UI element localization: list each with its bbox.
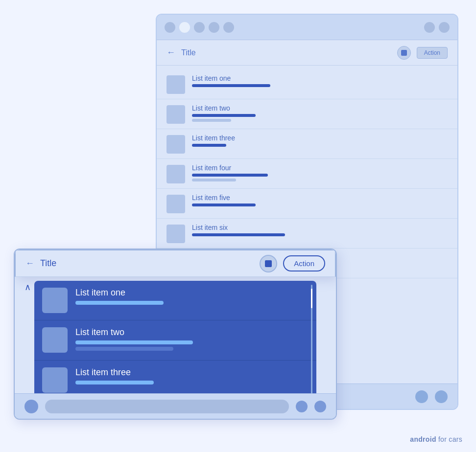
- back-list-content-4: List item four: [192, 164, 448, 183]
- back-list-content-6: List item six: [192, 224, 448, 238]
- front-window: ← Title Action ∧ List item one List item…: [14, 249, 337, 420]
- front-bar-1-1: [75, 301, 164, 305]
- front-bar-3-1: [75, 381, 154, 384]
- scroll-thumb: [311, 289, 312, 308]
- stop-icon: [401, 50, 407, 56]
- front-stop-icon: [265, 260, 272, 267]
- front-back-button[interactable]: ←: [25, 259, 34, 268]
- chrome-dot-3: [194, 22, 205, 33]
- back-list-item-4[interactable]: List item four: [157, 159, 457, 189]
- back-list-thumb-2: [167, 105, 185, 124]
- back-list-thumb-1: [167, 75, 185, 94]
- back-list-item-5[interactable]: List item five: [157, 189, 457, 219]
- front-list-content-3: List item three: [75, 367, 309, 387]
- front-bottom-small-dot-2: [314, 401, 326, 412]
- front-list-content-2: List item two: [75, 327, 309, 353]
- front-icon-button[interactable]: [260, 255, 277, 272]
- back-bottom-dot-1: [415, 390, 428, 403]
- front-list-thumb-1: [42, 288, 68, 313]
- back-title: Title: [181, 48, 391, 57]
- back-list-content-5: List item five: [192, 194, 448, 208]
- front-list-title-1: List item one: [75, 288, 309, 298]
- back-list-thumb-6: [167, 225, 185, 243]
- front-list-item-2[interactable]: List item two: [34, 320, 316, 361]
- front-bar-2-1: [75, 340, 193, 344]
- front-title: Title: [40, 258, 254, 269]
- back-list-title-1: List item one: [192, 74, 448, 82]
- chrome-dot-1: [165, 22, 175, 33]
- back-chrome-titlebar: [157, 15, 457, 40]
- back-list-content-3: List item three: [192, 134, 448, 149]
- watermark: android for cars: [410, 435, 462, 443]
- front-list-container: List item one List item two List item th…: [34, 281, 316, 400]
- back-toolbar: ← Title Action: [157, 40, 457, 66]
- back-bar-1-1: [192, 84, 270, 87]
- chrome-dot-r2: [439, 22, 450, 33]
- front-bar-2-2: [75, 347, 173, 351]
- back-list-title-3: List item three: [192, 134, 448, 142]
- front-list-title-2: List item two: [75, 327, 309, 338]
- chrome-dot-5: [223, 22, 234, 33]
- back-bottom-dot-2: [435, 390, 448, 403]
- back-icon-button[interactable]: [397, 46, 411, 60]
- back-list-item-6[interactable]: List item six: [157, 219, 457, 249]
- back-list-thumb-3: [167, 135, 185, 154]
- back-list-content-2: List item two: [192, 104, 448, 124]
- back-bar-5-1: [192, 203, 256, 206]
- front-bottom-dot: [24, 400, 38, 413]
- back-bar-6-1: [192, 233, 285, 236]
- back-list-thumb-4: [167, 165, 185, 183]
- front-toolbar: ← Title Action: [15, 249, 336, 277]
- back-list-item-1[interactable]: List item one: [157, 69, 457, 99]
- front-bottom-bar-fill: [45, 400, 289, 413]
- chrome-dot-2: [179, 22, 190, 33]
- chevron-up-icon[interactable]: ∧: [24, 282, 31, 293]
- back-list-title-2: List item two: [192, 104, 448, 112]
- scroll-track: [311, 285, 312, 396]
- front-list-content-1: List item one: [75, 288, 309, 307]
- front-list-thumb-2: [42, 327, 68, 353]
- chrome-dot-4: [209, 22, 219, 33]
- front-action-button[interactable]: Action: [283, 255, 325, 271]
- scroll-indicator[interactable]: [310, 281, 312, 400]
- chrome-dots: [165, 22, 234, 33]
- back-button[interactable]: ←: [167, 48, 175, 57]
- front-list-thumb-3: [42, 367, 68, 393]
- watermark-prefix: android: [410, 435, 436, 443]
- chrome-dots-right: [424, 22, 450, 33]
- front-list-title-3: List item three: [75, 367, 309, 378]
- back-bar-4-1: [192, 174, 268, 177]
- front-bottom-small-dot-1: [296, 401, 308, 412]
- back-bar-4-2: [192, 179, 236, 181]
- back-list-item-3[interactable]: List item three: [157, 129, 457, 159]
- back-list-item-2[interactable]: List item two: [157, 99, 457, 129]
- watermark-suffix: for cars: [436, 435, 462, 443]
- back-bar-3-1: [192, 144, 226, 147]
- front-list-item-1[interactable]: List item one: [34, 281, 316, 320]
- back-bar-2-2: [192, 119, 231, 122]
- back-list-title-5: List item five: [192, 194, 448, 202]
- front-bottom-bar: [15, 393, 336, 419]
- back-list-content-1: List item one: [192, 74, 448, 89]
- back-list-title-4: List item four: [192, 164, 448, 172]
- back-list-title-6: List item six: [192, 224, 448, 231]
- back-list-thumb-5: [167, 195, 185, 213]
- chrome-dot-r1: [424, 22, 435, 33]
- back-bar-2-1: [192, 114, 256, 117]
- back-action-button[interactable]: Action: [417, 47, 448, 59]
